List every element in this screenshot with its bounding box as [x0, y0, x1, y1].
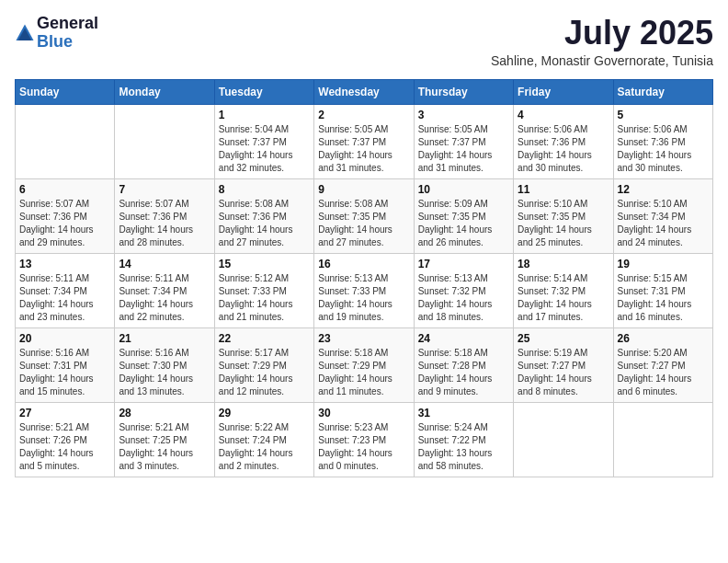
day-number: 11 [518, 183, 609, 196]
calendar-cell: 14Sunrise: 5:11 AM Sunset: 7:34 PM Dayli… [115, 253, 214, 327]
day-number: 27 [19, 407, 110, 419]
header-row: SundayMondayTuesdayWednesdayThursdayFrid… [16, 79, 713, 104]
calendar-cell: 8Sunrise: 5:08 AM Sunset: 7:36 PM Daylig… [214, 178, 313, 253]
calendar-cell: 30Sunrise: 5:23 AM Sunset: 7:23 PM Dayli… [314, 402, 414, 477]
day-info: Sunrise: 5:14 AM Sunset: 7:32 PM Dayligh… [518, 272, 609, 324]
calendar-cell: 10Sunrise: 5:09 AM Sunset: 7:35 PM Dayli… [414, 178, 513, 253]
day-number: 19 [618, 258, 709, 270]
day-info: Sunrise: 5:17 AM Sunset: 7:29 PM Dayligh… [219, 347, 310, 398]
day-number: 14 [119, 258, 210, 270]
header-day-tuesday: Tuesday [214, 79, 313, 104]
calendar-cell: 6Sunrise: 5:07 AM Sunset: 7:36 PM Daylig… [16, 178, 115, 253]
day-number: 17 [418, 258, 509, 270]
calendar-cell: 20Sunrise: 5:16 AM Sunset: 7:31 PM Dayli… [16, 327, 115, 402]
logo: General Blue [15, 15, 98, 52]
week-row-1: 1Sunrise: 5:04 AM Sunset: 7:37 PM Daylig… [16, 104, 713, 178]
day-number: 20 [19, 332, 110, 345]
day-info: Sunrise: 5:13 AM Sunset: 7:32 PM Dayligh… [418, 272, 509, 324]
header-day-saturday: Saturday [613, 79, 712, 104]
day-number: 10 [418, 183, 509, 196]
header-day-thursday: Thursday [414, 79, 513, 104]
month-year: July 2025 [491, 15, 713, 52]
logo-text: General Blue [37, 15, 98, 52]
calendar-cell: 3Sunrise: 5:05 AM Sunset: 7:37 PM Daylig… [414, 104, 513, 178]
day-info: Sunrise: 5:05 AM Sunset: 7:37 PM Dayligh… [318, 123, 409, 175]
day-info: Sunrise: 5:18 AM Sunset: 7:29 PM Dayligh… [318, 347, 409, 398]
day-info: Sunrise: 5:06 AM Sunset: 7:36 PM Dayligh… [518, 123, 609, 175]
calendar-cell: 5Sunrise: 5:06 AM Sunset: 7:36 PM Daylig… [613, 104, 712, 178]
calendar-cell: 28Sunrise: 5:21 AM Sunset: 7:25 PM Dayli… [115, 402, 214, 477]
day-number: 5 [618, 109, 709, 121]
header-day-friday: Friday [514, 79, 613, 104]
day-number: 30 [318, 407, 409, 419]
calendar-cell: 21Sunrise: 5:16 AM Sunset: 7:30 PM Dayli… [115, 327, 214, 402]
day-info: Sunrise: 5:13 AM Sunset: 7:33 PM Dayligh… [318, 272, 409, 324]
calendar-cell: 27Sunrise: 5:21 AM Sunset: 7:26 PM Dayli… [16, 402, 115, 477]
day-info: Sunrise: 5:08 AM Sunset: 7:35 PM Dayligh… [318, 198, 409, 249]
day-number: 7 [119, 183, 210, 196]
week-row-4: 20Sunrise: 5:16 AM Sunset: 7:31 PM Dayli… [16, 327, 713, 402]
day-number: 18 [518, 258, 609, 270]
day-number: 16 [318, 258, 409, 270]
calendar-table: SundayMondayTuesdayWednesdayThursdayFrid… [15, 79, 713, 477]
calendar-cell: 25Sunrise: 5:19 AM Sunset: 7:27 PM Dayli… [514, 327, 613, 402]
calendar-cell: 2Sunrise: 5:05 AM Sunset: 7:37 PM Daylig… [314, 104, 414, 178]
day-number: 3 [418, 109, 509, 121]
week-row-2: 6Sunrise: 5:07 AM Sunset: 7:36 PM Daylig… [16, 178, 713, 253]
day-info: Sunrise: 5:23 AM Sunset: 7:23 PM Dayligh… [318, 421, 409, 473]
day-number: 23 [318, 332, 409, 345]
day-number: 25 [518, 332, 609, 345]
calendar-cell: 19Sunrise: 5:15 AM Sunset: 7:31 PM Dayli… [613, 253, 712, 327]
calendar-cell: 17Sunrise: 5:13 AM Sunset: 7:32 PM Dayli… [414, 253, 513, 327]
day-info: Sunrise: 5:21 AM Sunset: 7:25 PM Dayligh… [119, 421, 210, 473]
day-number: 4 [518, 109, 609, 121]
logo-blue: Blue [37, 33, 98, 52]
calendar-cell: 24Sunrise: 5:18 AM Sunset: 7:28 PM Dayli… [414, 327, 513, 402]
calendar-cell: 15Sunrise: 5:12 AM Sunset: 7:33 PM Dayli… [214, 253, 313, 327]
calendar-cell: 12Sunrise: 5:10 AM Sunset: 7:34 PM Dayli… [613, 178, 712, 253]
calendar-cell: 26Sunrise: 5:20 AM Sunset: 7:27 PM Dayli… [613, 327, 712, 402]
day-number: 21 [119, 332, 210, 345]
calendar-cell: 4Sunrise: 5:06 AM Sunset: 7:36 PM Daylig… [514, 104, 613, 178]
day-info: Sunrise: 5:05 AM Sunset: 7:37 PM Dayligh… [418, 123, 509, 175]
day-info: Sunrise: 5:06 AM Sunset: 7:36 PM Dayligh… [618, 123, 709, 175]
calendar-cell [16, 104, 115, 178]
day-number: 26 [618, 332, 709, 345]
day-info: Sunrise: 5:04 AM Sunset: 7:37 PM Dayligh… [219, 123, 310, 175]
calendar-cell: 7Sunrise: 5:07 AM Sunset: 7:36 PM Daylig… [115, 178, 214, 253]
week-row-5: 27Sunrise: 5:21 AM Sunset: 7:26 PM Dayli… [16, 402, 713, 477]
location: Sahline, Monastir Governorate, Tunisia [491, 53, 713, 68]
day-number: 6 [19, 183, 110, 196]
calendar-cell: 13Sunrise: 5:11 AM Sunset: 7:34 PM Dayli… [16, 253, 115, 327]
week-row-3: 13Sunrise: 5:11 AM Sunset: 7:34 PM Dayli… [16, 253, 713, 327]
day-info: Sunrise: 5:11 AM Sunset: 7:34 PM Dayligh… [19, 272, 110, 324]
day-number: 22 [219, 332, 310, 345]
calendar-header: SundayMondayTuesdayWednesdayThursdayFrid… [16, 79, 713, 104]
day-info: Sunrise: 5:12 AM Sunset: 7:33 PM Dayligh… [219, 272, 310, 324]
day-info: Sunrise: 5:11 AM Sunset: 7:34 PM Dayligh… [119, 272, 210, 324]
calendar-cell: 1Sunrise: 5:04 AM Sunset: 7:37 PM Daylig… [214, 104, 313, 178]
calendar-cell: 29Sunrise: 5:22 AM Sunset: 7:24 PM Dayli… [214, 402, 313, 477]
header-day-monday: Monday [115, 79, 214, 104]
day-info: Sunrise: 5:10 AM Sunset: 7:34 PM Dayligh… [618, 198, 709, 249]
day-info: Sunrise: 5:16 AM Sunset: 7:31 PM Dayligh… [19, 347, 110, 398]
page-header: General Blue July 2025 Sahline, Monastir… [15, 15, 713, 68]
calendar-cell: 22Sunrise: 5:17 AM Sunset: 7:29 PM Dayli… [214, 327, 313, 402]
calendar-cell: 9Sunrise: 5:08 AM Sunset: 7:35 PM Daylig… [314, 178, 414, 253]
day-number: 12 [618, 183, 709, 196]
day-info: Sunrise: 5:18 AM Sunset: 7:28 PM Dayligh… [418, 347, 509, 398]
calendar-body: 1Sunrise: 5:04 AM Sunset: 7:37 PM Daylig… [16, 104, 713, 477]
day-number: 24 [418, 332, 509, 345]
day-info: Sunrise: 5:09 AM Sunset: 7:35 PM Dayligh… [418, 198, 509, 249]
day-info: Sunrise: 5:07 AM Sunset: 7:36 PM Dayligh… [119, 198, 210, 249]
day-info: Sunrise: 5:16 AM Sunset: 7:30 PM Dayligh… [119, 347, 210, 398]
day-info: Sunrise: 5:21 AM Sunset: 7:26 PM Dayligh… [19, 421, 110, 473]
logo-general: General [37, 15, 98, 33]
day-number: 2 [318, 109, 409, 121]
calendar-cell: 31Sunrise: 5:24 AM Sunset: 7:22 PM Dayli… [414, 402, 513, 477]
day-number: 8 [219, 183, 310, 196]
day-number: 1 [219, 109, 310, 121]
calendar-cell: 23Sunrise: 5:18 AM Sunset: 7:29 PM Dayli… [314, 327, 414, 402]
calendar-cell [514, 402, 613, 477]
day-info: Sunrise: 5:10 AM Sunset: 7:35 PM Dayligh… [518, 198, 609, 249]
